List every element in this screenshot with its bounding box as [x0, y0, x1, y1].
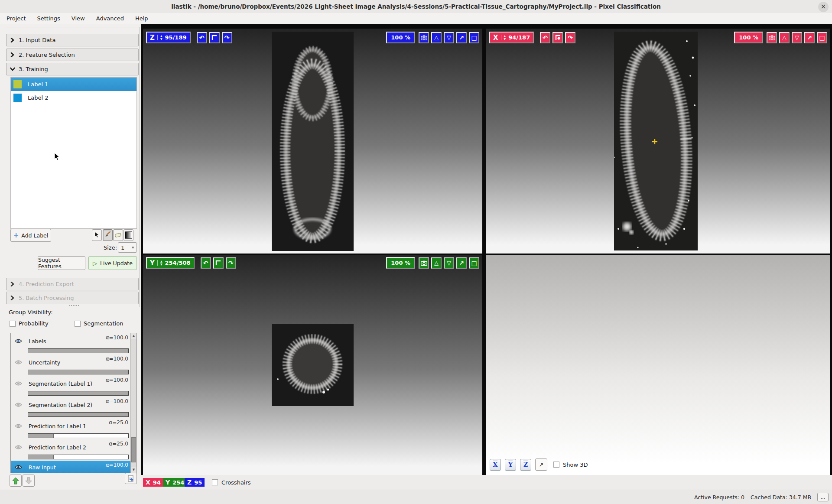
- move-layer-down-button[interactable]: [23, 475, 35, 487]
- scroll-down-icon[interactable]: ▼: [131, 467, 136, 473]
- slice-down-button[interactable]: ▽: [792, 32, 802, 43]
- layer-row-labels[interactable]: α=100.0 Labels: [11, 333, 131, 354]
- menu-project[interactable]: Project: [6, 15, 26, 22]
- label-row-1[interactable]: Label 1: [11, 78, 136, 91]
- slice-up-button[interactable]: △: [431, 257, 442, 269]
- opacity-slider[interactable]: [28, 433, 129, 438]
- rotate-right-button[interactable]: ↷: [222, 32, 232, 43]
- eye-icon[interactable]: [15, 465, 22, 470]
- add-label-button[interactable]: + Add Label: [10, 229, 51, 242]
- eye-icon[interactable]: [15, 338, 22, 344]
- menu-help[interactable]: Help: [135, 15, 148, 22]
- viewport-y[interactable]: Y ▲▼ 254/508 ↶ ↷ 100 % △ ▽ ↗ □: [143, 255, 482, 475]
- layer-row-prediction-2[interactable]: α=25.0 Prediction for Label 2: [11, 439, 131, 461]
- viewport-z[interactable]: Z ▲▼ 95/189 ↶ ↷ 100 % △ ▽ ↗ □: [143, 29, 482, 254]
- brush-tool-button[interactable]: [103, 229, 113, 241]
- y-slice-spinbox[interactable]: Y ▲▼ 254/508: [146, 257, 195, 269]
- layer-row-segmentation-2[interactable]: α=100.0 Segmentation (Label 2): [11, 397, 131, 418]
- swap-axes-button[interactable]: [552, 32, 563, 43]
- brush-size-select[interactable]: 1 ▾: [118, 242, 137, 253]
- move-layer-up-button[interactable]: [10, 475, 22, 487]
- zoom-level-z[interactable]: 100 %: [386, 32, 415, 43]
- segmentation-checkbox[interactable]: [75, 321, 81, 327]
- crosshairs-checkbox[interactable]: [212, 479, 218, 485]
- suggest-features-button[interactable]: Suggest Features: [38, 256, 85, 270]
- eye-icon[interactable]: [15, 402, 22, 407]
- snapshot-button[interactable]: [419, 257, 429, 269]
- zoom-level-y[interactable]: 100 %: [386, 257, 415, 269]
- slice-down-button[interactable]: ▽: [444, 32, 454, 43]
- menu-settings[interactable]: Settings: [37, 15, 60, 22]
- swap-axes-button[interactable]: [209, 32, 220, 43]
- axis-x-button[interactable]: X: [490, 459, 501, 471]
- label-color-swatch[interactable]: [13, 80, 22, 88]
- applet-batch-processing[interactable]: 5. Batch Processing: [6, 292, 139, 304]
- layer-row-segmentation-1[interactable]: α=100.0 Segmentation (Label 1): [11, 376, 131, 397]
- layer-row-uncertainty[interactable]: α=100.0 Uncertainty: [11, 354, 131, 376]
- splitter-handle[interactable]: [69, 305, 82, 307]
- spinner-icon[interactable]: ▲▼: [501, 35, 506, 40]
- maximize-button[interactable]: ↗: [456, 257, 467, 269]
- opacity-slider[interactable]: [28, 370, 129, 374]
- slice-up-button[interactable]: △: [779, 32, 790, 43]
- close-icon[interactable]: ×: [818, 2, 829, 12]
- layer-row-raw-input[interactable]: α=100.0 Raw Input: [11, 461, 131, 473]
- snapshot-button[interactable]: [419, 32, 429, 43]
- scroll-up-icon[interactable]: ▲: [131, 333, 136, 339]
- rotate-right-button[interactable]: ↷: [565, 32, 575, 43]
- opacity-slider[interactable]: [28, 412, 129, 417]
- x-slice-spinbox[interactable]: X ▲▼ 94/187: [489, 32, 534, 43]
- opacity-slider[interactable]: [28, 348, 129, 353]
- rotate-left-button[interactable]: ↶: [197, 32, 207, 43]
- axis-z-button[interactable]: Z: [520, 459, 531, 471]
- rotate-right-button[interactable]: ↷: [226, 257, 236, 269]
- z-slice-spinbox[interactable]: Z ▲▼ 95/189: [146, 32, 191, 43]
- snapshot-button[interactable]: [767, 32, 777, 43]
- applet-input-data[interactable]: 1. Input Data: [6, 34, 139, 46]
- applet-training[interactable]: 3. Training: [6, 63, 139, 75]
- arrow-tool-button[interactable]: [92, 229, 102, 241]
- swap-axes-button[interactable]: [213, 257, 224, 269]
- layer-scrollbar[interactable]: ▲ ▼: [130, 333, 136, 473]
- slice-image-z[interactable]: [272, 32, 354, 251]
- maximize-button[interactable]: ↗: [535, 458, 547, 471]
- layer-row-prediction-1[interactable]: α=25.0 Prediction for Label 1: [11, 418, 131, 439]
- eraser-tool-button[interactable]: [113, 229, 123, 241]
- slice-down-button[interactable]: ▽: [444, 257, 454, 269]
- label-row-2[interactable]: Label 2: [11, 91, 136, 104]
- fit-view-button[interactable]: □: [469, 32, 479, 43]
- fit-view-button[interactable]: □: [817, 32, 827, 43]
- export-layer-button[interactable]: [125, 473, 137, 484]
- applet-prediction-export[interactable]: 4. Prediction Export: [6, 278, 139, 290]
- slice-image-x[interactable]: [614, 32, 698, 250]
- probability-checkbox[interactable]: [10, 321, 16, 327]
- maximize-button[interactable]: ↗: [804, 32, 815, 43]
- live-update-button[interactable]: ▷ Live Update: [88, 256, 137, 270]
- spinner-icon[interactable]: ▲▼: [157, 35, 162, 40]
- axis-y-button[interactable]: Y: [505, 459, 516, 471]
- rotate-left-button[interactable]: ↶: [201, 257, 211, 269]
- opacity-slider[interactable]: [28, 391, 129, 396]
- slice-up-button[interactable]: △: [431, 32, 442, 43]
- eye-icon[interactable]: [15, 445, 22, 450]
- label-color-swatch[interactable]: [13, 94, 22, 102]
- menu-advanced[interactable]: Advanced: [96, 15, 124, 22]
- more-button[interactable]: ...: [817, 493, 829, 501]
- viewport-3d[interactable]: X Y Z ↗ Show 3D: [486, 255, 830, 475]
- rotate-left-button[interactable]: ↶: [540, 32, 550, 43]
- viewport-x[interactable]: X ▲▼ 94/187 ↶ ↷ 100 % △ ▽ ↗ □: [486, 29, 830, 254]
- fit-view-button[interactable]: □: [469, 257, 479, 269]
- maximize-button[interactable]: ↗: [456, 32, 467, 43]
- menu-view[interactable]: View: [72, 15, 85, 22]
- spinner-icon[interactable]: ▲▼: [157, 260, 162, 266]
- eye-icon[interactable]: [15, 423, 22, 429]
- show-3d-checkbox[interactable]: [553, 462, 559, 468]
- eye-icon[interactable]: [15, 381, 22, 386]
- scrollbar-thumb[interactable]: [131, 437, 136, 462]
- eye-icon[interactable]: [15, 360, 22, 365]
- slice-image-y[interactable]: [272, 324, 354, 406]
- applet-feature-selection[interactable]: 2. Feature Selection: [6, 49, 139, 61]
- zoom-level-x[interactable]: 100 %: [734, 32, 763, 43]
- opacity-slider[interactable]: [28, 455, 129, 459]
- threshold-tool-button[interactable]: [124, 229, 133, 241]
